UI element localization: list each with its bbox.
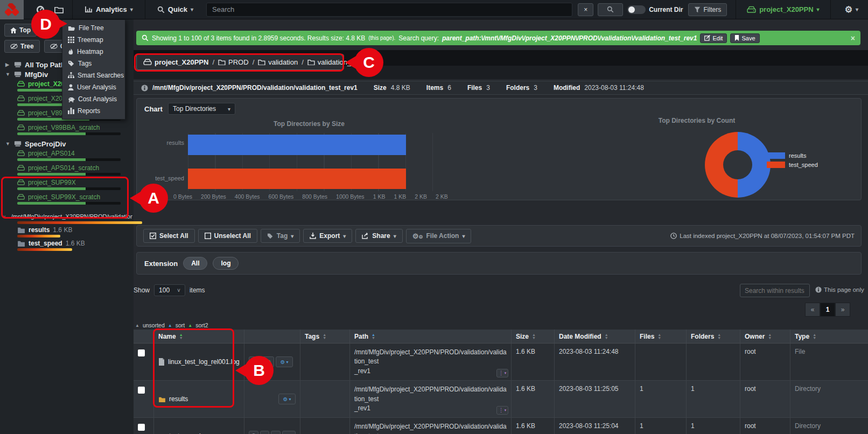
tree-toggle-button[interactable]: Tree xyxy=(4,40,40,53)
unsorted-link[interactable]: unsorted xyxy=(143,322,165,328)
bar-results[interactable] xyxy=(188,135,406,155)
menu-item-file-tree[interactable]: File Tree xyxy=(62,22,125,34)
checked-box-icon xyxy=(150,233,156,239)
sidebar-item-project[interactable]: project_V89BBA_scratch xyxy=(5,123,132,131)
column-header-folders[interactable]: Folders▲▼ xyxy=(687,330,740,344)
column-header-tags[interactable]: Tags▲▼ xyxy=(300,330,350,344)
search-input[interactable] xyxy=(206,3,572,17)
row-gears-menu-button[interactable]: ⚙▾ xyxy=(276,356,293,367)
row-checkbox-cell xyxy=(134,344,154,381)
index-selector[interactable]: project_X20PPN ▾ xyxy=(740,5,825,13)
close-icon[interactable]: × xyxy=(851,34,855,43)
menu-item-user-analysis[interactable]: User Analysis xyxy=(62,81,125,93)
path-more-button[interactable]: ⋮▾ xyxy=(496,406,508,415)
caret-down-icon: ▼ xyxy=(5,141,11,146)
table-header-row: Name▲▼ Tags▲▼ Path▲▼ Size▲▼ Date Modifie… xyxy=(134,330,868,344)
bookmark-icon xyxy=(734,35,739,41)
row-name-cell[interactable]: test_speed xyxy=(154,418,244,434)
menu-item-cost-analysis[interactable]: Cost Analysis xyxy=(62,93,125,105)
file-tree-child[interactable]: results 1.6 KB xyxy=(3,226,134,234)
user-action-icon[interactable] xyxy=(260,431,270,434)
alert-query-text: parent_path:\/mnt\/MfgDiv\/project_X20PP… xyxy=(442,34,697,42)
chevron-down-icon: ▾ xyxy=(343,233,346,239)
funnel-icon xyxy=(694,6,701,13)
row-gears-menu-button[interactable]: ⚙▾ xyxy=(278,394,296,404)
items-per-page-select[interactable]: 100 ˅ xyxy=(154,284,185,296)
extension-filter-panel: Extension All log xyxy=(136,252,862,275)
eye-slash-icon xyxy=(10,44,18,49)
sidebar-item-project[interactable]: project_APS014_scratch xyxy=(5,164,132,172)
sort-link[interactable]: sort xyxy=(176,322,185,328)
edit-query-button[interactable]: Edit xyxy=(700,33,727,43)
row-folders-cell: 1 xyxy=(687,381,740,418)
row-checkbox[interactable] xyxy=(138,387,145,394)
prev-page-button[interactable]: « xyxy=(805,303,820,317)
sort-links: ▲ unsorted ▲ sort ▲ sort2 xyxy=(135,322,208,328)
page-number-button[interactable]: 1 xyxy=(820,303,835,317)
menu-item-smart-searches[interactable]: Smart Searches xyxy=(62,69,125,81)
row-actions-cell: ⚙▾ xyxy=(244,418,300,434)
legend-item[interactable]: results xyxy=(767,152,818,159)
bar-chart-icon xyxy=(68,108,74,114)
column-header-files[interactable]: Files▲▼ xyxy=(635,330,687,344)
row-files-cell: 1 xyxy=(635,418,687,434)
quick-menu-button[interactable]: Quick ▾ xyxy=(150,0,201,19)
column-header-owner[interactable]: Owner▲▼ xyxy=(740,330,790,344)
menu-item-treemap[interactable]: Treemap xyxy=(62,34,125,46)
directory-file-tree: ˅ /mnt/MfgDiv/project_X20PPN/PROD/valida… xyxy=(0,213,134,251)
info-circle-icon[interactable] xyxy=(141,85,148,92)
hdd-icon xyxy=(17,165,25,171)
column-header-path[interactable]: Path▲▼ xyxy=(350,330,512,344)
select-all-button[interactable]: Select All xyxy=(143,229,195,243)
caret-down-icon: ▼ xyxy=(5,72,11,77)
current-dir-toggle[interactable] xyxy=(627,5,646,14)
row-size-cell: 1.6 KB xyxy=(512,344,555,381)
row-checkbox[interactable] xyxy=(138,349,145,356)
path-more-button[interactable]: ⋮▾ xyxy=(496,369,508,377)
tag-button[interactable]: Tag ▾ xyxy=(261,229,300,243)
tag-status-icon[interactable] xyxy=(271,431,281,434)
extension-pill-log[interactable]: log xyxy=(213,257,239,270)
column-header-date-modified[interactable]: Date Modified▲▼ xyxy=(555,330,635,344)
tree-node-specprojdiv[interactable]: ▼ SpecProjDiv xyxy=(5,139,134,148)
export-button[interactable]: Export ▾ xyxy=(303,229,352,243)
heat-bar xyxy=(17,248,72,251)
bar-test-speed[interactable] xyxy=(188,169,406,189)
save-search-button[interactable]: Save xyxy=(730,33,759,43)
filters-button[interactable]: Filters xyxy=(688,3,727,16)
extension-pill-all[interactable]: All xyxy=(183,257,207,270)
row-checkbox[interactable] xyxy=(138,424,145,431)
row-gears-menu-button[interactable]: ⚙▾ xyxy=(282,431,296,434)
file-action-button[interactable]: ⚙⚙ File Action ▾ xyxy=(406,229,472,243)
legend-item[interactable]: test_speed xyxy=(767,162,818,168)
column-header-size[interactable]: Size▲▼ xyxy=(512,330,555,344)
analytics-menu-button[interactable]: Analytics ▾ xyxy=(77,0,141,19)
dir-size-value: 4.8 KB xyxy=(391,84,410,92)
chevron-down-icon: ▾ xyxy=(191,6,193,12)
search-submit-button[interactable] xyxy=(598,3,623,16)
menu-item-tags[interactable]: Tags xyxy=(62,58,125,69)
row-path-cell: /mnt/MfgDiv/project_X20PPN/PROD/validati… xyxy=(350,418,512,434)
search-within-results-input[interactable] xyxy=(740,284,810,297)
results-table: Name▲▼ Tags▲▼ Path▲▼ Size▲▼ Date Modifie… xyxy=(134,330,868,434)
clear-search-button[interactable]: × xyxy=(578,3,593,16)
menu-item-reports[interactable]: Reports xyxy=(62,105,125,117)
annotation-pointer-d xyxy=(57,18,67,30)
app-logo[interactable] xyxy=(0,0,24,19)
legend-swatch-test-speed xyxy=(767,162,785,168)
sidebar-item-project[interactable]: project_APS014 xyxy=(5,149,132,157)
tag-icon xyxy=(267,233,274,239)
unselect-all-button[interactable]: Unselect All xyxy=(198,229,257,243)
menu-item-heatmap[interactable]: Heatmap xyxy=(62,46,125,58)
chart-type-select[interactable]: Top Directories ▾ xyxy=(168,103,235,115)
pencil-square-icon xyxy=(704,35,710,41)
next-page-button[interactable]: » xyxy=(835,303,850,317)
sort2-link[interactable]: sort2 xyxy=(195,322,208,328)
hdd-icon xyxy=(17,95,25,101)
column-header-type[interactable]: Type▲▼ xyxy=(790,330,868,344)
settings-menu-button[interactable]: ⚙ ▾ xyxy=(835,0,868,19)
info-action-icon[interactable] xyxy=(249,431,258,434)
share-button[interactable]: Share ▾ xyxy=(355,229,402,243)
file-tree-child[interactable]: test_speed 1.6 KB xyxy=(3,240,134,247)
row-checkbox-cell xyxy=(134,418,154,434)
